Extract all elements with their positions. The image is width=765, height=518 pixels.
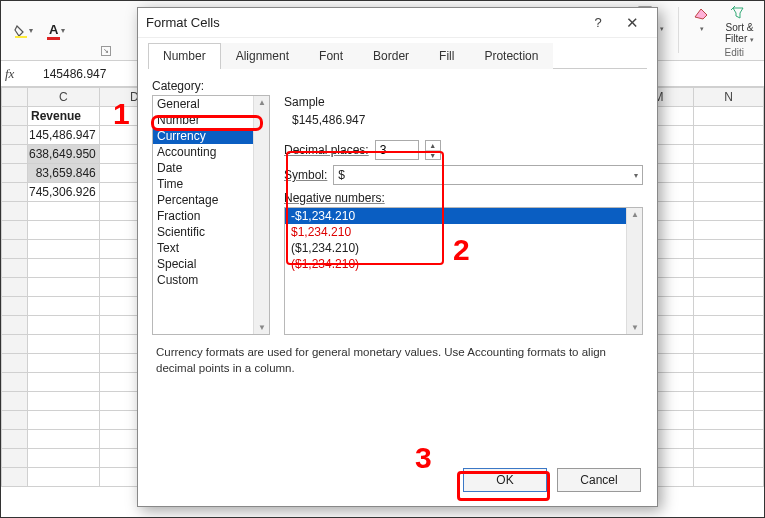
symbol-value: $ [338,168,345,182]
decimal-places-input[interactable] [375,140,419,160]
category-item-time[interactable]: Time [153,176,269,192]
tab-font[interactable]: Font [304,43,358,69]
category-listbox[interactable]: General Number Currency Accounting Date … [152,95,270,335]
category-label: Category: [152,79,643,93]
font-color-icon: A [47,22,60,40]
close-button[interactable]: ✕ [615,14,649,32]
dialog-tabs: Number Alignment Font Border Fill Protec… [148,42,647,69]
category-item-accounting[interactable]: Accounting [153,144,269,160]
cell[interactable]: 745,306.926 [28,183,100,202]
category-item-scientific[interactable]: Scientific [153,224,269,240]
category-item-currency[interactable]: Currency [153,128,269,144]
col-header[interactable]: N [694,88,764,107]
category-item-special[interactable]: Special [153,256,269,272]
category-item-percentage[interactable]: Percentage [153,192,269,208]
category-item-text[interactable]: Text [153,240,269,256]
negative-item[interactable]: -$1,234.210 [285,208,642,224]
tab-protection[interactable]: Protection [469,43,553,69]
negative-item[interactable]: ($1,234.210) [285,256,642,272]
cancel-button[interactable]: Cancel [557,468,641,492]
category-item-custom[interactable]: Custom [153,272,269,288]
negative-numbers-label: Negative numbers: [284,191,643,205]
cell[interactable]: 83,659.846 [28,164,100,183]
category-item-date[interactable]: Date [153,160,269,176]
negative-numbers-listbox[interactable]: -$1,234.210 $1,234.210 ($1,234.210) ($1,… [284,207,643,335]
sort-label: Sort & [726,22,754,33]
help-button[interactable]: ? [581,15,615,30]
category-item-number[interactable]: Number [153,112,269,128]
scrollbar[interactable] [253,96,269,334]
chevron-down-icon[interactable]: ▼ [426,151,440,160]
cell[interactable]: 145,486.947 [28,126,100,145]
ok-button[interactable]: OK [463,468,547,492]
symbol-select[interactable]: $ ▾ [333,165,643,185]
negative-item[interactable]: ($1,234.210) [285,240,642,256]
tab-border[interactable]: Border [358,43,424,69]
clear-dropdown[interactable]: ▾ [693,5,711,33]
editing-group-label: Editi [725,47,744,58]
fill-color-dropdown[interactable]: ▾ [9,23,38,39]
tab-fill[interactable]: Fill [424,43,469,69]
svg-rect-0 [15,36,27,38]
sort-filter-button[interactable]: Sort & Filter ▾ [725,5,754,44]
tab-alignment[interactable]: Alignment [221,43,304,69]
fx-icon[interactable]: fx [5,66,33,82]
symbol-label: Symbol: [284,168,327,182]
scrollbar[interactable] [626,208,642,334]
chevron-down-icon: ▾ [61,26,65,35]
decimal-places-label: Decimal places: [284,143,369,157]
decimal-places-spinner[interactable]: ▲▼ [425,140,441,160]
dialog-title: Format Cells [146,15,581,30]
dialog-titlebar: Format Cells ? ✕ [138,8,657,38]
dialog-launcher-icon[interactable]: ↘ [101,46,111,56]
chevron-up-icon[interactable]: ▲ [426,141,440,151]
format-cells-dialog: Format Cells ? ✕ Number Alignment Font B… [137,7,658,507]
select-all-corner[interactable] [2,88,28,107]
chevron-down-icon: ▾ [29,26,33,35]
category-item-general[interactable]: General [153,96,269,112]
cell[interactable]: Revenue [28,107,100,126]
sample-label: Sample [284,95,643,109]
formula-value[interactable]: 145486.947 [43,67,106,81]
category-item-fraction[interactable]: Fraction [153,208,269,224]
format-description: Currency formats are used for general mo… [156,345,639,376]
tab-number[interactable]: Number [148,43,221,69]
filter-label: Filter [725,33,747,44]
negative-item[interactable]: $1,234.210 [285,224,642,240]
font-color-dropdown[interactable]: A ▾ [42,21,70,41]
sample-value: $145,486.947 [284,111,643,135]
chevron-down-icon: ▾ [634,171,638,180]
col-header[interactable]: C [28,88,100,107]
cell[interactable]: 638,649.950 [28,145,100,164]
